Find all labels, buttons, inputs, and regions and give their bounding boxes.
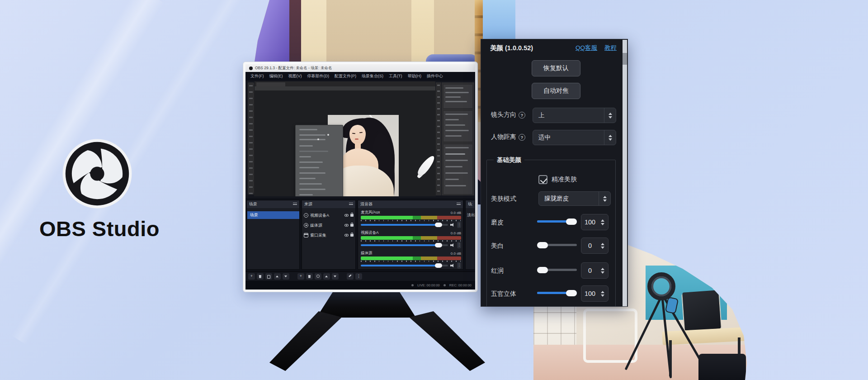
obs-studio-wordmark: OBS Studio [18, 216, 181, 241]
chevron-updown-icon[interactable] [604, 108, 616, 123]
lock-icon[interactable] [350, 234, 354, 237]
visibility-icon[interactable] [344, 224, 349, 227]
whitening-slider[interactable] [537, 244, 577, 246]
obs-window: OBS 29.1.3 - 配置文件: 未命名 - 场景: 未命名 文件(F) 编… [245, 64, 475, 290]
face-3d-slider[interactable] [537, 292, 577, 294]
volume-slider[interactable] [361, 244, 448, 246]
dock-menu-icon[interactable] [457, 203, 461, 206]
help-icon[interactable]: ? [519, 134, 525, 141]
studio-monitor [682, 290, 721, 331]
monitor: OBS 29.1.3 - 配置文件: 未命名 - 场景: 未命名 文件(F) 编… [243, 62, 478, 292]
editor-canvas [254, 90, 436, 196]
move-source-up-button[interactable] [323, 273, 330, 280]
volume-slider[interactable] [361, 265, 448, 266]
tutorial-link[interactable]: 教程 [604, 44, 617, 52]
source-row[interactable]: 视频设备A [304, 211, 354, 219]
remove-source-button[interactable] [306, 273, 313, 280]
skin-mode-select[interactable]: 朦胧磨皮 [538, 191, 611, 206]
panel-scrollbar-thumb[interactable] [623, 53, 627, 65]
visibility-icon[interactable] [344, 214, 349, 217]
window-icon [304, 233, 308, 238]
speaker-icon[interactable] [450, 223, 455, 227]
source-row[interactable]: 媒体源 [304, 221, 354, 229]
editor-panels [442, 82, 474, 195]
qq-support-link[interactable]: QQ客服 [576, 44, 597, 52]
add-scene-button[interactable]: + [248, 273, 255, 280]
obs-menu-bar: 文件(F) 编辑(E) 视图(V) 停靠部件(D) 配置文件(P) 场景集合(S… [245, 72, 475, 81]
menu-tools[interactable]: 工具(T) [387, 72, 405, 80]
person-distance-select[interactable]: 适中 [533, 130, 616, 145]
precise-skin-checkbox-row[interactable]: 精准美肤 [538, 175, 577, 184]
spinner-icon[interactable] [599, 268, 607, 274]
beauty-plugin-panel: 美颜 (1.0.0.52) QQ客服 教程 恢复默认 自动对焦 镜头方向 ? 上… [481, 39, 628, 307]
editor-side-icons [436, 82, 441, 195]
move-source-down-button[interactable] [332, 273, 339, 280]
face-3d-label: 五官立体 [491, 290, 516, 298]
menu-help[interactable]: 帮助(H) [406, 72, 424, 80]
chevron-updown-icon[interactable] [599, 192, 610, 205]
menu-file[interactable]: 文件(F) [248, 72, 266, 80]
monitor-stand-leg-right [409, 311, 485, 371]
smoothing-value[interactable]: 100 [581, 214, 609, 230]
dock-menu-icon[interactable] [293, 203, 297, 206]
lock-icon[interactable] [350, 224, 354, 227]
face-3d-value[interactable]: 100 [581, 285, 609, 302]
move-scene-down-button[interactable] [283, 273, 289, 280]
move-scene-up-button[interactable] [274, 273, 281, 280]
remove-scene-button[interactable] [257, 273, 264, 280]
beauty-panel-title: 美颜 (1.0.0.52) [490, 44, 568, 52]
mixer-channel: 麦克风/Aux0.0 dB ⋮ [361, 210, 461, 230]
restore-defaults-button[interactable]: 恢复默认 [532, 60, 580, 76]
studio-desk [662, 327, 748, 345]
help-icon[interactable]: ? [519, 112, 525, 119]
person-distance-label: 人物距离 ? [491, 133, 525, 141]
smoothing-slider[interactable] [537, 220, 577, 223]
autofocus-button[interactable]: 自动对焦 [532, 83, 580, 99]
volume-meter [361, 256, 461, 260]
visibility-icon[interactable] [344, 234, 349, 237]
whitening-value[interactable]: 0 [581, 238, 609, 254]
mixer-edit-button[interactable] [347, 273, 354, 280]
speaker-icon[interactable] [450, 264, 455, 267]
mixer-options-button[interactable]: ⋮ [355, 273, 362, 280]
duplicate-scene-button[interactable] [265, 273, 272, 280]
volume-slider[interactable] [361, 224, 448, 226]
rec-time: REC: 00:00:00 [449, 283, 472, 287]
panel-scrollbar[interactable] [623, 40, 627, 307]
rosy-value[interactable]: 0 [581, 262, 609, 279]
paintbrush-graphic [416, 154, 437, 177]
scene-list-item[interactable]: 场景 [247, 211, 299, 219]
lock-icon[interactable] [350, 214, 354, 217]
camera-icon [304, 213, 308, 218]
source-properties-button[interactable] [315, 273, 321, 280]
transition-value[interactable]: 淡出 [467, 212, 475, 218]
speaker-icon[interactable] [450, 243, 455, 247]
stream-status-icon [411, 284, 414, 286]
lens-direction-select[interactable]: 上 [533, 108, 616, 123]
menu-view[interactable]: 视图(V) [286, 72, 304, 80]
spinner-icon[interactable] [599, 219, 607, 225]
rosy-slider[interactable] [537, 269, 577, 271]
menu-plugin-center[interactable]: 插件中心 [425, 72, 445, 80]
channel-options-icon[interactable]: ⋮ [457, 242, 461, 248]
menu-profile[interactable]: 配置文件(P) [332, 72, 359, 80]
channel-options-icon[interactable]: ⋮ [457, 222, 461, 228]
checkbox-icon[interactable] [538, 175, 547, 184]
channel-options-icon[interactable]: ⋮ [457, 262, 461, 269]
chevron-updown-icon[interactable] [604, 130, 616, 145]
record-status-icon [443, 284, 446, 286]
menu-edit[interactable]: 编辑(E) [267, 72, 285, 80]
spinner-icon[interactable] [599, 291, 607, 297]
dock-menu-icon[interactable] [349, 203, 353, 206]
volume-meter [361, 216, 461, 219]
menu-docks[interactable]: 停靠部件(D) [305, 72, 332, 80]
mixer-channel: 媒体源0.0 dB ⋮ [361, 251, 461, 271]
adjustment-panel [295, 125, 343, 196]
spinner-icon[interactable] [599, 243, 607, 249]
menu-scene-collection[interactable]: 场景集合(S) [359, 72, 386, 80]
dock-toolbar: + + ⋮ [245, 271, 475, 280]
basic-beauty-title: 基础美颜 [494, 156, 524, 164]
add-source-button[interactable]: + [297, 273, 304, 280]
source-row[interactable]: 窗口采集 [304, 231, 354, 239]
mixer-dock-title: 混音器 [360, 201, 373, 207]
